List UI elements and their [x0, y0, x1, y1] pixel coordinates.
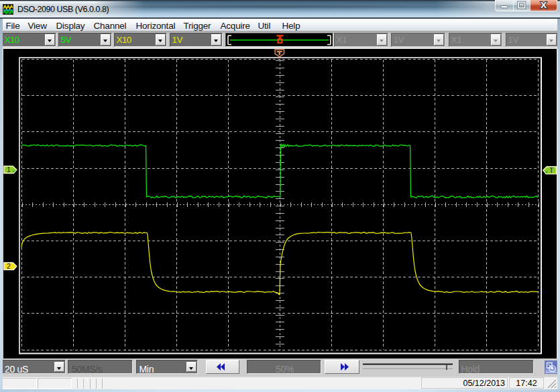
svg-text:2: 2: [7, 262, 11, 270]
svg-text:T: T: [549, 166, 554, 174]
svg-text:1: 1: [7, 166, 11, 174]
